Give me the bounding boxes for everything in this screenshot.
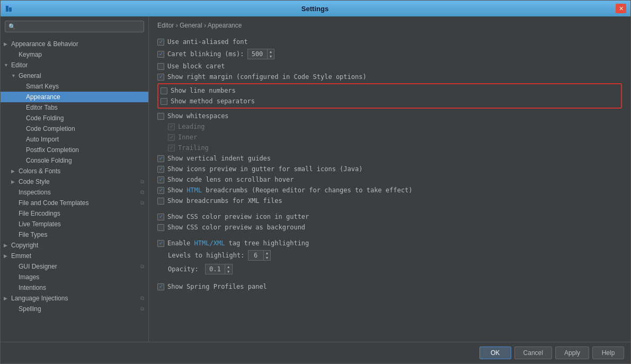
sidebar-item-live-templates[interactable]: Live Templates <box>1 219 148 229</box>
page-icon: ⧉ <box>140 295 144 301</box>
sidebar-item-label: File Encodings <box>19 210 144 217</box>
checkbox-indent-guides[interactable] <box>157 155 164 162</box>
sidebar-item-label: Emmet <box>11 252 144 260</box>
sidebar-item-label: Keymap <box>19 51 144 58</box>
sidebar-item-inspections[interactable]: Inspections ⧉ <box>1 187 148 198</box>
search-box[interactable]: 🔍 <box>5 21 144 32</box>
opacity-spinbox-up[interactable]: ▲ <box>225 264 232 269</box>
sidebar-item-label: Spelling <box>19 305 138 313</box>
caret-blink-input[interactable] <box>248 50 267 58</box>
setting-row-css-background: Show CSS color preview as background <box>157 222 622 233</box>
spinbox-arrows: ▲ ▼ <box>267 49 274 59</box>
sidebar-tree: Appearance & Behavior Keymap Editor Gene… <box>1 37 148 342</box>
svg-rect-0 <box>6 5 8 12</box>
checkbox-leading[interactable] <box>168 123 175 130</box>
checkbox-anti-aliased[interactable] <box>157 39 164 46</box>
sidebar-item-file-encodings[interactable]: File Encodings <box>1 208 148 219</box>
checkbox-inner[interactable] <box>168 134 175 141</box>
settings-window: Settings ✕ 🔍 Appearance & Behavior K <box>0 0 631 364</box>
setting-row-icons-preview: Show icons preview in gutter for small i… <box>157 164 622 174</box>
sidebar-item-file-code-templates[interactable]: File and Code Templates ⧉ <box>1 198 148 208</box>
arrow-icon <box>11 168 19 174</box>
search-icon: 🔍 <box>8 23 16 30</box>
sidebar-item-smart-keys[interactable]: Smart Keys <box>1 81 148 92</box>
checkbox-icons-preview[interactable] <box>157 166 164 173</box>
setting-row-indent-guides: Show vertical indent guides <box>157 153 622 164</box>
page-icon: ⧉ <box>140 189 144 196</box>
sidebar-item-label: Editor Tabs <box>26 104 144 111</box>
setting-row-css-icon: Show CSS color preview icon in gutter <box>157 211 622 222</box>
levels-spinbox-up[interactable]: ▲ <box>264 251 271 255</box>
setting-label-block-caret: Use block caret <box>167 63 225 70</box>
setting-row-tag-tree: Enable HTML/XML tag tree highlighting <box>157 238 622 248</box>
sidebar-item-language-injections[interactable]: Language Injections ⧉ <box>1 293 148 304</box>
sidebar-item-images[interactable]: Images <box>1 272 148 282</box>
sidebar-item-code-style[interactable]: Code Style ⧉ <box>1 176 148 187</box>
apply-button[interactable]: Apply <box>555 347 589 359</box>
sidebar-item-appearance-behavior[interactable]: Appearance & Behavior <box>1 39 148 49</box>
checkbox-caret-blink[interactable] <box>157 51 164 58</box>
arrow-icon <box>11 73 19 78</box>
checkbox-line-numbers[interactable] <box>161 87 167 94</box>
checkbox-tag-tree[interactable] <box>157 240 164 247</box>
opacity-spinbox-down[interactable]: ▼ <box>225 269 232 274</box>
setting-row-levels: Levels to highlight: ▲ ▼ <box>157 248 622 262</box>
levels-spinbox[interactable]: ▲ ▼ <box>248 250 271 261</box>
arrow-icon <box>4 41 11 47</box>
levels-spinbox-down[interactable]: ▼ <box>264 255 271 260</box>
sidebar-item-copyright[interactable]: Copyright <box>1 240 148 251</box>
checkbox-html-breadcrumbs[interactable] <box>157 187 164 194</box>
checkbox-trailing[interactable] <box>168 145 175 152</box>
setting-label-xml-breadcrumbs: Show breadcrumbs for XML files <box>167 197 282 205</box>
checkbox-code-lens[interactable] <box>157 176 164 183</box>
caret-blink-spinbox[interactable]: ▲ ▼ <box>247 49 275 59</box>
checkbox-css-background[interactable] <box>157 224 164 231</box>
checkbox-spring-profiles[interactable] <box>157 283 164 290</box>
sidebar-item-appearance[interactable]: Appearance <box>1 92 148 102</box>
sidebar-item-intentions[interactable]: Intentions <box>1 282 148 293</box>
spinbox-down[interactable]: ▼ <box>268 54 274 59</box>
title-bar: Settings ✕ <box>1 1 630 16</box>
sidebar-item-gui-designer[interactable]: GUI Designer ⧉ <box>1 261 148 272</box>
sidebar-item-label: Copyright <box>11 242 144 249</box>
checkbox-css-icon[interactable] <box>157 214 164 220</box>
sidebar-item-spelling[interactable]: Spelling ⧉ <box>1 304 148 314</box>
help-button[interactable]: Help <box>592 347 624 359</box>
setting-row-caret-blink: Caret blinking (ms): ▲ ▼ <box>157 47 622 61</box>
sidebar-item-label: Inspections <box>19 189 138 196</box>
setting-label-inner: Inner <box>178 134 197 141</box>
sidebar-item-keymap[interactable]: Keymap <box>1 49 148 60</box>
checkbox-block-caret[interactable] <box>157 63 164 70</box>
sidebar-item-postfix-completion[interactable]: Postfix Completion <box>1 145 148 155</box>
sidebar-item-label: Colors & Fonts <box>19 167 144 175</box>
svg-rect-1 <box>9 7 12 12</box>
ok-button[interactable]: OK <box>479 347 511 359</box>
setting-label-css-icon: Show CSS color preview icon in gutter <box>167 213 309 220</box>
arrow-icon <box>4 296 11 301</box>
spinbox-up[interactable]: ▲ <box>268 49 274 54</box>
checkbox-method-separators[interactable] <box>161 98 167 105</box>
levels-input[interactable] <box>248 252 263 259</box>
search-input[interactable] <box>18 23 140 30</box>
sidebar-item-code-completion[interactable]: Code Completion <box>1 123 148 134</box>
checkbox-xml-breadcrumbs[interactable] <box>157 198 164 205</box>
sidebar-item-auto-import[interactable]: Auto Import <box>1 134 148 145</box>
sidebar-item-label: Console Folding <box>26 157 144 164</box>
checkbox-whitespaces[interactable] <box>157 113 164 120</box>
sidebar-item-general[interactable]: General <box>1 70 148 81</box>
sidebar-item-editor-tabs[interactable]: Editor Tabs <box>1 102 148 113</box>
opacity-spinbox[interactable]: ▲ ▼ <box>205 264 233 274</box>
sidebar-item-code-folding[interactable]: Code Folding <box>1 113 148 123</box>
cancel-button[interactable]: Cancel <box>514 347 552 359</box>
close-button[interactable]: ✕ <box>616 4 626 13</box>
checkbox-right-margin[interactable] <box>157 74 164 81</box>
setting-label-indent-guides: Show vertical indent guides <box>167 155 271 162</box>
sidebar-item-console-folding[interactable]: Console Folding <box>1 155 148 166</box>
sidebar-item-file-types[interactable]: File Types <box>1 229 148 240</box>
sidebar-item-colors-fonts[interactable]: Colors & Fonts <box>1 166 148 176</box>
sidebar-item-emmet[interactable]: Emmet <box>1 251 148 261</box>
setting-row-opacity: Opacity: ▲ ▼ <box>157 262 622 276</box>
setting-row-method-separators: Show method separators <box>161 96 619 106</box>
opacity-input[interactable] <box>206 265 225 273</box>
sidebar-item-editor[interactable]: Editor <box>1 60 148 70</box>
